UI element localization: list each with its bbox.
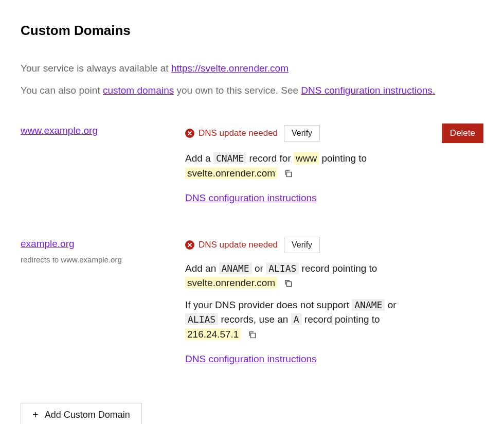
redirect-note: redirects to www.example.org — [21, 254, 185, 266]
verify-button[interactable]: Verify — [284, 125, 320, 142]
copy-icon[interactable] — [248, 330, 257, 339]
custom-domains-link[interactable]: custom domains — [103, 85, 174, 96]
intro-line-1: Your service is always available at http… — [21, 61, 483, 76]
copy-icon[interactable] — [284, 169, 293, 178]
intro-text: You can also point — [21, 85, 103, 96]
highlight-ip: 216.24.57.1 — [185, 328, 241, 340]
code-a: A — [291, 313, 302, 325]
page-title: Custom Domains — [21, 21, 483, 41]
service-url-link[interactable]: https://svelte.onrender.com — [171, 63, 289, 74]
dns-instruction: Add a CNAME record for www pointing to s… — [185, 151, 422, 181]
intro-text: you own to this service. See — [174, 85, 301, 96]
code-cname: CNAME — [213, 152, 246, 164]
error-icon — [185, 129, 194, 138]
dns-config-link[interactable]: DNS configuration instructions — [185, 191, 317, 206]
plus-icon: + — [32, 410, 39, 420]
intro-line-2: You can also point custom domains you ow… — [21, 83, 483, 98]
domain-row: example.org redirects to www.example.org… — [21, 237, 483, 367]
highlight-www: www — [294, 152, 319, 164]
code-alias: ALIAS — [185, 313, 218, 325]
svg-rect-1 — [287, 282, 292, 287]
code-aname: ANAME — [219, 262, 252, 274]
code-aname: ANAME — [352, 299, 385, 311]
dns-instruction-fallback: If your DNS provider does not support AN… — [185, 298, 422, 342]
verify-button[interactable]: Verify — [284, 237, 320, 253]
domain-name-link[interactable]: www.example.org — [21, 125, 98, 136]
svg-rect-2 — [250, 333, 255, 338]
add-custom-domain-button[interactable]: + Add Custom Domain — [21, 403, 142, 425]
delete-button[interactable]: Delete — [442, 123, 483, 143]
status-badge: DNS update needed — [185, 127, 278, 140]
status-text: DNS update needed — [199, 238, 278, 252]
status-text: DNS update needed — [199, 127, 278, 140]
dns-config-link[interactable]: DNS configuration instructions — [185, 352, 317, 367]
highlight-target: svelte.onrender.com — [185, 167, 277, 179]
domain-row: www.example.org DNS update needed Verify… — [21, 123, 483, 206]
dns-instruction: Add an ANAME or ALIAS record pointing to… — [185, 261, 422, 291]
status-badge: DNS update needed — [185, 238, 278, 252]
add-button-label: Add Custom Domain — [45, 410, 130, 420]
domain-name-link[interactable]: example.org — [21, 238, 75, 249]
copy-icon[interactable] — [284, 279, 293, 288]
code-alias: ALIAS — [266, 262, 299, 274]
svg-rect-0 — [287, 172, 292, 176]
dns-instructions-link[interactable]: DNS configuration instructions. — [301, 85, 435, 96]
intro-text: Your service is always available at — [21, 63, 171, 74]
highlight-target: svelte.onrender.com — [185, 277, 277, 289]
error-icon — [185, 240, 194, 250]
